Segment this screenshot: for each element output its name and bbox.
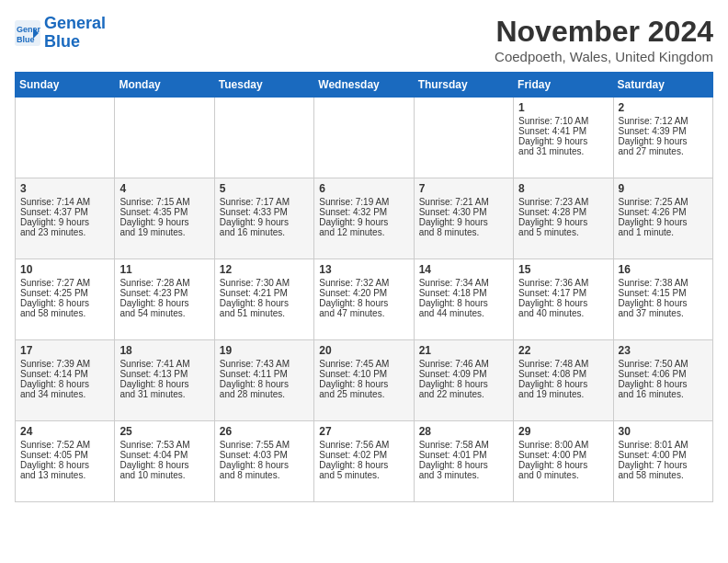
calendar-cell: 30Sunrise: 8:01 AMSunset: 4:00 PMDayligh… bbox=[613, 421, 712, 502]
day-info: Sunrise: 7:30 AM bbox=[220, 278, 309, 288]
day-info: Sunset: 4:14 PM bbox=[20, 369, 109, 379]
day-info: Sunset: 4:01 PM bbox=[419, 450, 508, 460]
day-info: Daylight: 9 hours bbox=[619, 136, 708, 146]
day-info: Daylight: 8 hours bbox=[518, 460, 608, 470]
day-info: Sunrise: 7:39 AM bbox=[20, 359, 109, 369]
day-info: Sunset: 4:11 PM bbox=[220, 369, 309, 379]
day-info: Daylight: 9 hours bbox=[419, 217, 508, 227]
day-info: and 51 minutes. bbox=[220, 308, 309, 318]
day-info: Sunrise: 7:14 AM bbox=[20, 197, 109, 207]
day-info: Sunset: 4:41 PM bbox=[518, 126, 608, 136]
day-info: Sunrise: 7:12 AM bbox=[619, 116, 708, 126]
day-info: and 8 minutes. bbox=[220, 470, 309, 480]
day-info: Daylight: 8 hours bbox=[119, 379, 209, 389]
day-info: and 3 minutes. bbox=[419, 470, 508, 480]
day-info: Sunset: 4:30 PM bbox=[419, 207, 508, 217]
day-info: Sunrise: 7:28 AM bbox=[119, 278, 209, 288]
day-info: Daylight: 9 hours bbox=[619, 217, 708, 227]
day-info: Sunrise: 7:36 AM bbox=[518, 278, 608, 288]
day-info: Sunset: 4:35 PM bbox=[119, 207, 209, 217]
day-info: Sunset: 4:39 PM bbox=[619, 126, 708, 136]
day-info: and 8 minutes. bbox=[419, 227, 508, 237]
day-number: 1 bbox=[518, 101, 608, 114]
calendar-cell: 25Sunrise: 7:53 AMSunset: 4:04 PMDayligh… bbox=[115, 421, 214, 502]
day-info: Sunset: 4:23 PM bbox=[119, 288, 209, 298]
weekday-header: Tuesday bbox=[214, 73, 313, 98]
day-info: and 25 minutes. bbox=[319, 389, 408, 399]
day-info: Daylight: 9 hours bbox=[518, 136, 608, 146]
day-number: 2 bbox=[619, 101, 708, 114]
day-info: Sunrise: 7:38 AM bbox=[619, 278, 708, 288]
day-info: Daylight: 8 hours bbox=[119, 298, 209, 308]
day-info: and 34 minutes. bbox=[20, 389, 109, 399]
day-info: Sunrise: 7:10 AM bbox=[518, 116, 608, 126]
day-info: Daylight: 8 hours bbox=[518, 379, 608, 389]
day-info: Daylight: 8 hours bbox=[619, 298, 708, 308]
logo-text: GeneralBlue bbox=[44, 15, 106, 52]
day-number: 28 bbox=[419, 425, 508, 438]
day-number: 26 bbox=[220, 425, 309, 438]
calendar-week-row: 24Sunrise: 7:52 AMSunset: 4:05 PMDayligh… bbox=[16, 421, 713, 502]
day-info: Daylight: 8 hours bbox=[220, 460, 309, 470]
calendar-cell: 28Sunrise: 7:58 AMSunset: 4:01 PMDayligh… bbox=[414, 421, 513, 502]
weekday-header: Saturday bbox=[613, 73, 712, 98]
day-info: Sunrise: 7:17 AM bbox=[220, 197, 309, 207]
day-info: Sunrise: 7:32 AM bbox=[319, 278, 408, 288]
day-info: Sunrise: 7:45 AM bbox=[319, 359, 408, 369]
day-info: Sunrise: 7:25 AM bbox=[619, 197, 708, 207]
day-info: Sunset: 4:25 PM bbox=[20, 288, 109, 298]
day-info: Sunset: 4:13 PM bbox=[119, 369, 209, 379]
day-info: Sunrise: 7:21 AM bbox=[419, 197, 508, 207]
calendar-cell bbox=[414, 98, 513, 178]
day-number: 6 bbox=[319, 182, 408, 195]
day-info: Daylight: 8 hours bbox=[119, 460, 209, 470]
calendar-title: November 2024 bbox=[495, 15, 713, 49]
day-info: Sunset: 4:21 PM bbox=[220, 288, 309, 298]
day-info: and 19 minutes. bbox=[119, 227, 209, 237]
day-info: Daylight: 8 hours bbox=[419, 379, 508, 389]
day-info: Daylight: 7 hours bbox=[619, 460, 708, 470]
day-info: and 1 minute. bbox=[619, 227, 708, 237]
day-info: Sunrise: 7:53 AM bbox=[119, 440, 209, 450]
day-info: Sunset: 4:37 PM bbox=[20, 207, 109, 217]
day-info: Daylight: 8 hours bbox=[419, 460, 508, 470]
calendar-header-row: SundayMondayTuesdayWednesdayThursdayFrid… bbox=[16, 73, 713, 98]
day-info: and 16 minutes. bbox=[220, 227, 309, 237]
day-info: Sunrise: 7:50 AM bbox=[619, 359, 708, 369]
day-info: Sunrise: 7:19 AM bbox=[319, 197, 408, 207]
day-info: Sunrise: 8:01 AM bbox=[619, 440, 708, 450]
day-info: Sunset: 4:04 PM bbox=[119, 450, 209, 460]
calendar-cell: 23Sunrise: 7:50 AMSunset: 4:06 PMDayligh… bbox=[613, 340, 712, 421]
calendar-subtitle: Coedpoeth, Wales, United Kingdom bbox=[495, 49, 713, 64]
day-info: Sunset: 4:10 PM bbox=[319, 369, 408, 379]
day-info: and 12 minutes. bbox=[319, 227, 408, 237]
calendar-cell bbox=[16, 98, 115, 178]
day-number: 24 bbox=[20, 425, 109, 438]
day-info: Daylight: 8 hours bbox=[220, 379, 309, 389]
calendar-body: 1Sunrise: 7:10 AMSunset: 4:41 PMDaylight… bbox=[16, 98, 713, 502]
day-info: and 58 minutes. bbox=[20, 308, 109, 318]
day-number: 21 bbox=[419, 344, 508, 357]
day-info: and 54 minutes. bbox=[119, 308, 209, 318]
day-info: Daylight: 9 hours bbox=[518, 217, 608, 227]
day-number: 27 bbox=[319, 425, 408, 438]
calendar-cell: 11Sunrise: 7:28 AMSunset: 4:23 PMDayligh… bbox=[115, 259, 214, 340]
calendar-cell: 26Sunrise: 7:55 AMSunset: 4:03 PMDayligh… bbox=[214, 421, 313, 502]
day-number: 5 bbox=[220, 182, 309, 195]
calendar-cell: 5Sunrise: 7:17 AMSunset: 4:33 PMDaylight… bbox=[214, 178, 313, 259]
day-info: and 5 minutes. bbox=[518, 227, 608, 237]
calendar-cell bbox=[314, 98, 414, 178]
day-info: and 40 minutes. bbox=[518, 308, 608, 318]
day-number: 8 bbox=[518, 182, 608, 195]
day-info: and 28 minutes. bbox=[220, 389, 309, 399]
day-info: Sunrise: 7:56 AM bbox=[319, 440, 408, 450]
calendar-cell: 27Sunrise: 7:56 AMSunset: 4:02 PMDayligh… bbox=[314, 421, 414, 502]
day-info: Sunrise: 7:23 AM bbox=[518, 197, 608, 207]
day-info: and 31 minutes. bbox=[119, 389, 209, 399]
calendar-cell: 29Sunrise: 8:00 AMSunset: 4:00 PMDayligh… bbox=[514, 421, 613, 502]
calendar-cell: 1Sunrise: 7:10 AMSunset: 4:41 PMDaylight… bbox=[514, 98, 613, 178]
day-info: Daylight: 8 hours bbox=[518, 298, 608, 308]
day-number: 23 bbox=[619, 344, 708, 357]
calendar-cell: 19Sunrise: 7:43 AMSunset: 4:11 PMDayligh… bbox=[214, 340, 313, 421]
calendar-cell: 10Sunrise: 7:27 AMSunset: 4:25 PMDayligh… bbox=[16, 259, 115, 340]
